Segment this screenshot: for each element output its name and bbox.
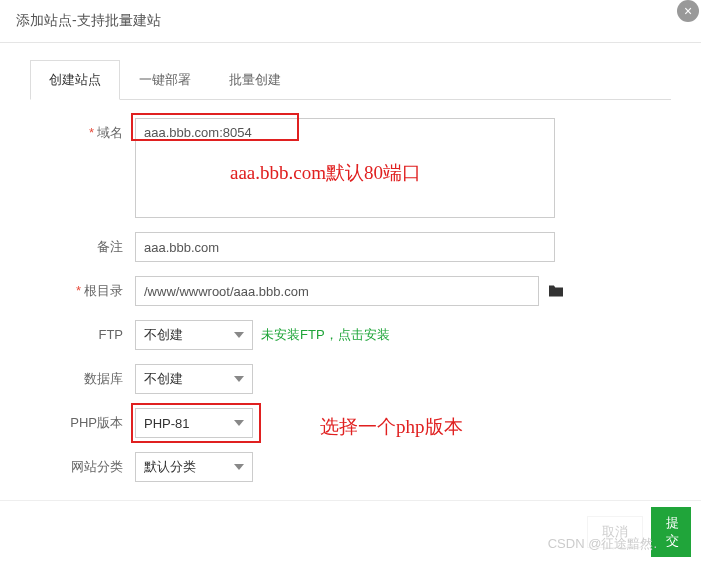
modal-header: 添加站点-支持批量建站	[0, 0, 701, 43]
row-root: *根目录	[30, 276, 671, 306]
row-domain: *域名 aaa.bbb.com:8054 aaa.bbb.com默认80端口	[30, 118, 671, 218]
modal-title: 添加站点-支持批量建站	[16, 12, 161, 28]
remark-input[interactable]	[135, 232, 555, 262]
submit-button[interactable]: 提交	[651, 507, 691, 557]
tab-deploy[interactable]: 一键部署	[120, 60, 210, 100]
cat-label: 网站分类	[30, 452, 135, 482]
chevron-down-icon	[234, 376, 244, 382]
row-category: 网站分类 默认分类	[30, 452, 671, 482]
tab-batch[interactable]: 批量创建	[210, 60, 300, 100]
php-select[interactable]: PHP-81	[135, 408, 253, 438]
modal-body: 创建站点 一键部署 批量创建 *域名 aaa.bbb.com:8054 aaa.…	[0, 43, 701, 500]
domain-label: *域名	[30, 118, 135, 148]
root-input[interactable]	[135, 276, 539, 306]
row-db: 数据库 不创建	[30, 364, 671, 394]
php-value: PHP-81	[144, 416, 190, 431]
db-value: 不创建	[144, 370, 183, 388]
remark-label: 备注	[30, 232, 135, 262]
close-icon[interactable]: ×	[677, 0, 699, 22]
folder-icon[interactable]	[547, 284, 565, 298]
modal-footer: 取消 提交	[0, 500, 701, 563]
chevron-down-icon	[234, 332, 244, 338]
cat-select[interactable]: 默认分类	[135, 452, 253, 482]
chevron-down-icon	[234, 420, 244, 426]
root-label: *根目录	[30, 276, 135, 306]
db-label: 数据库	[30, 364, 135, 394]
ftp-hint[interactable]: 未安装FTP，点击安装	[261, 326, 390, 344]
ftp-select[interactable]: 不创建	[135, 320, 253, 350]
db-select[interactable]: 不创建	[135, 364, 253, 394]
chevron-down-icon	[234, 464, 244, 470]
ftp-value: 不创建	[144, 326, 183, 344]
row-php: PHP版本 PHP-81 选择一个php版本	[30, 408, 671, 438]
row-ftp: FTP 不创建 未安装FTP，点击安装	[30, 320, 671, 350]
cat-value: 默认分类	[144, 458, 196, 476]
domain-input[interactable]: aaa.bbb.com:8054	[135, 118, 555, 218]
form: *域名 aaa.bbb.com:8054 aaa.bbb.com默认80端口 备…	[30, 100, 671, 482]
cancel-button[interactable]: 取消	[587, 516, 643, 548]
tabs: 创建站点 一键部署 批量创建	[30, 59, 671, 100]
php-label: PHP版本	[30, 408, 135, 438]
tab-create[interactable]: 创建站点	[30, 60, 120, 100]
ftp-label: FTP	[30, 320, 135, 350]
row-remark: 备注	[30, 232, 671, 262]
